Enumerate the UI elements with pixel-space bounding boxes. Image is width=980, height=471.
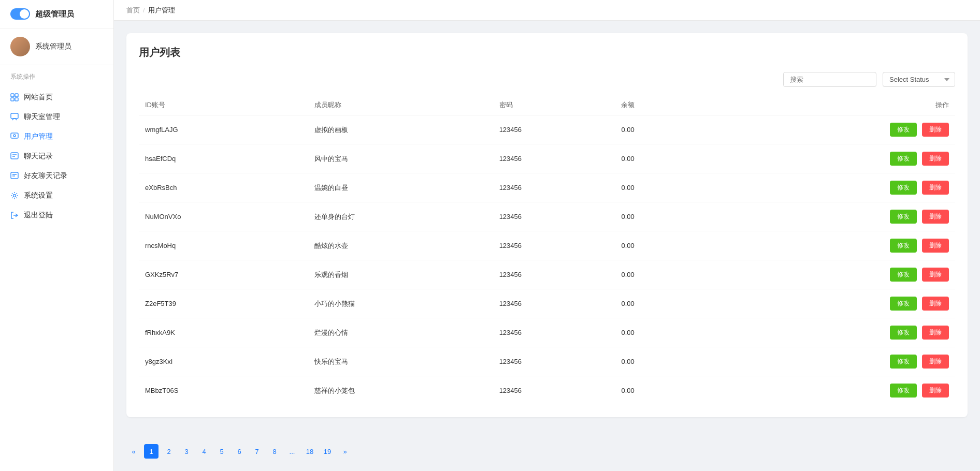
delete-button[interactable]: 删除	[922, 297, 949, 311]
cell-nickname: 乐观的香烟	[308, 260, 493, 289]
svg-point-9	[13, 195, 16, 197]
sidebar-item-user-mgmt[interactable]: 用户管理	[0, 127, 113, 146]
svg-point-6	[13, 135, 16, 137]
pagination-page-7[interactable]: 7	[250, 444, 264, 459]
cell-balance: 0.00	[615, 115, 705, 144]
edit-button[interactable]: 修改	[890, 239, 917, 253]
sidebar-user: 系统管理员	[0, 28, 113, 65]
pagination-page-3[interactable]: 3	[179, 444, 194, 459]
cell-actions: 修改 删除	[705, 202, 955, 231]
cell-actions: 修改 删除	[705, 231, 955, 260]
table-row: wmgfLAJG 虚拟的画板 123456 0.00 修改 删除	[139, 115, 955, 144]
delete-button[interactable]: 删除	[922, 384, 949, 398]
pagination-page-19[interactable]: 19	[320, 444, 335, 459]
cell-id: GXKz5Rv7	[139, 260, 308, 289]
cell-nickname: 还单身的台灯	[308, 202, 493, 231]
user-table: ID账号 成员昵称 密码 余额 操作 wmgfLAJG 虚拟的画板 123456…	[139, 95, 955, 405]
pagination-page-5[interactable]: 5	[214, 444, 229, 459]
cell-id: y8gz3KxI	[139, 347, 308, 376]
edit-button[interactable]: 修改	[890, 355, 917, 369]
cell-nickname: 酷炫的水壶	[308, 231, 493, 260]
sidebar-item-label: 网站首页	[24, 93, 53, 102]
delete-button[interactable]: 删除	[922, 181, 949, 195]
edit-button[interactable]: 修改	[890, 152, 917, 166]
cell-balance: 0.00	[615, 231, 705, 260]
cell-password: 123456	[493, 347, 615, 376]
cell-id: eXbRsBch	[139, 173, 308, 202]
pagination-prev[interactable]: «	[126, 444, 141, 459]
sidebar-item-settings[interactable]: 系统设置	[0, 186, 113, 205]
edit-button[interactable]: 修改	[890, 123, 917, 137]
col-password: 密码	[493, 95, 615, 115]
search-input[interactable]	[783, 72, 876, 87]
sidebar-item-label: 好友聊天记录	[24, 171, 67, 181]
delete-button[interactable]: 删除	[922, 326, 949, 340]
pagination-page-8[interactable]: 8	[267, 444, 282, 459]
content-area: 用户列表 Select Status 启用 禁用 ID账号 成员昵称 密码 余额	[114, 21, 980, 432]
cell-password: 123456	[493, 318, 615, 347]
sidebar-item-logout[interactable]: 退出登陆	[0, 205, 113, 225]
sidebar-item-label: 聊天记录	[24, 152, 53, 161]
cell-balance: 0.00	[615, 376, 705, 405]
edit-button[interactable]: 修改	[890, 297, 917, 311]
svg-rect-5	[11, 133, 18, 138]
delete-button[interactable]: 删除	[922, 210, 949, 224]
user-icon	[10, 133, 19, 141]
col-nickname: 成员昵称	[308, 95, 493, 115]
pagination-page-18[interactable]: 18	[302, 444, 317, 459]
topbar: 首页 / 用户管理	[114, 0, 980, 21]
sidebar-item-chat-log[interactable]: 聊天记录	[0, 146, 113, 166]
edit-button[interactable]: 修改	[890, 268, 917, 282]
pagination-next[interactable]: »	[338, 444, 352, 459]
delete-button[interactable]: 删除	[922, 239, 949, 253]
cell-id: Z2eF5T39	[139, 289, 308, 318]
table-row: MBbzT06S 慈祥的小笼包 123456 0.00 修改 删除	[139, 376, 955, 405]
pagination-page-2[interactable]: 2	[162, 444, 176, 459]
svg-rect-0	[11, 94, 14, 97]
page-card: 用户列表 Select Status 启用 禁用 ID账号 成员昵称 密码 余额	[126, 33, 968, 417]
sidebar-item-friend-log[interactable]: 好友聊天记录	[0, 166, 113, 186]
cell-nickname: 风中的宝马	[308, 144, 493, 173]
status-select[interactable]: Select Status 启用 禁用	[883, 72, 955, 87]
table-row: Z2eF5T39 小巧的小熊猫 123456 0.00 修改 删除	[139, 289, 955, 318]
table-row: eXbRsBch 温婉的白昼 123456 0.00 修改 删除	[139, 173, 955, 202]
sidebar-item-label: 系统设置	[24, 191, 53, 200]
toggle-switch[interactable]	[10, 8, 30, 20]
pagination-page-1[interactable]: 1	[144, 444, 158, 459]
cell-balance: 0.00	[615, 202, 705, 231]
cell-actions: 修改 删除	[705, 347, 955, 376]
breadcrumb-separator: /	[143, 6, 145, 14]
breadcrumb-home[interactable]: 首页	[126, 6, 140, 15]
svg-rect-7	[11, 153, 18, 159]
col-actions: 操作	[705, 95, 955, 115]
delete-button[interactable]: 删除	[922, 123, 949, 137]
delete-button[interactable]: 删除	[922, 355, 949, 369]
pagination-page-6[interactable]: 6	[232, 444, 247, 459]
delete-button[interactable]: 删除	[922, 268, 949, 282]
edit-button[interactable]: 修改	[890, 181, 917, 195]
sidebar-item-home[interactable]: 网站首页	[0, 87, 113, 107]
cell-actions: 修改 删除	[705, 173, 955, 202]
edit-button[interactable]: 修改	[890, 384, 917, 398]
cell-password: 123456	[493, 231, 615, 260]
cell-password: 123456	[493, 260, 615, 289]
pagination: «12345678...1819»	[114, 432, 980, 471]
table-row: y8gz3KxI 快乐的宝马 123456 0.00 修改 删除	[139, 347, 955, 376]
cell-balance: 0.00	[615, 318, 705, 347]
table-row: NuMOnVXo 还单身的台灯 123456 0.00 修改 删除	[139, 202, 955, 231]
delete-button[interactable]: 删除	[922, 152, 949, 166]
cell-password: 123456	[493, 202, 615, 231]
sidebar-item-chat-room[interactable]: 聊天室管理	[0, 107, 113, 127]
cell-nickname: 虚拟的画板	[308, 115, 493, 144]
cell-nickname: 慈祥的小笼包	[308, 376, 493, 405]
cell-password: 123456	[493, 376, 615, 405]
edit-button[interactable]: 修改	[890, 326, 917, 340]
sidebar-item-label: 聊天室管理	[24, 112, 60, 122]
sidebar-section-title: 系统操作	[0, 65, 113, 84]
cell-password: 123456	[493, 115, 615, 144]
table-row: hsaEfCDq 风中的宝马 123456 0.00 修改 删除	[139, 144, 955, 173]
edit-button[interactable]: 修改	[890, 210, 917, 224]
sidebar-title: 超级管理员	[35, 9, 74, 19]
cell-nickname: 快乐的宝马	[308, 347, 493, 376]
pagination-page-4[interactable]: 4	[197, 444, 211, 459]
